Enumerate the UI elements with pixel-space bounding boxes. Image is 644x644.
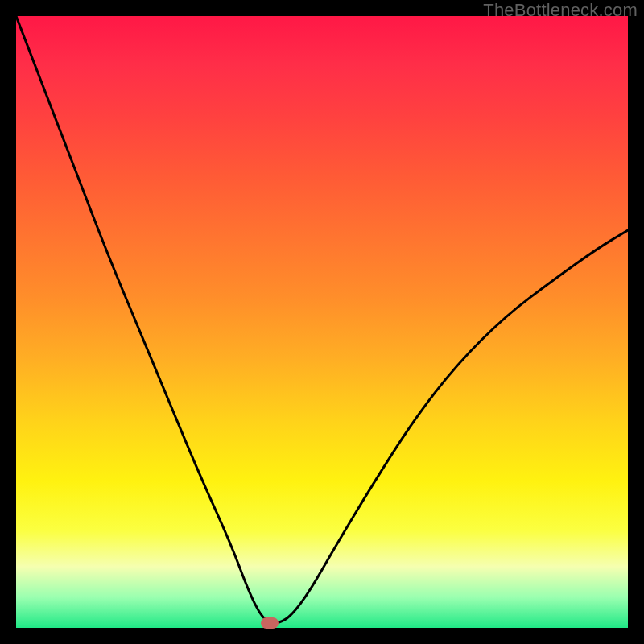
chart-frame: TheBottleneck.com <box>0 0 644 644</box>
plot-area <box>16 16 628 628</box>
optimal-point-marker <box>261 617 279 629</box>
curve-path <box>16 16 628 623</box>
watermark-text: TheBottleneck.com <box>483 0 638 21</box>
bottleneck-curve <box>16 16 628 628</box>
